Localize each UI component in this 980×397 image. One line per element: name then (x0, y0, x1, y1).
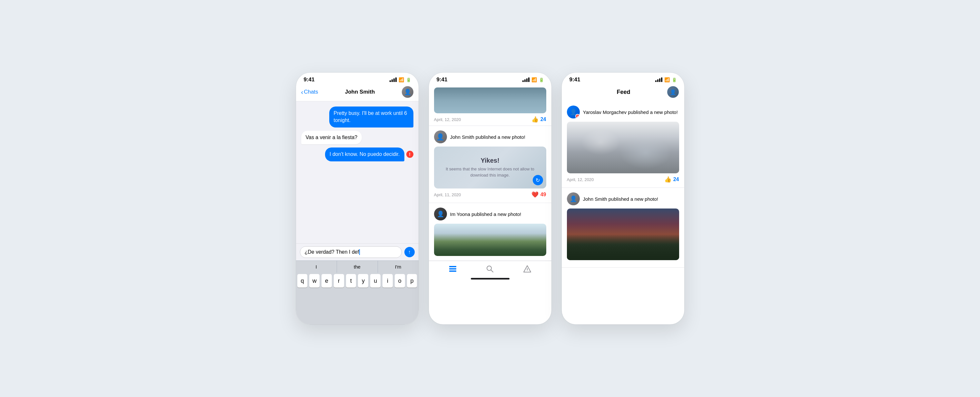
search-icon (486, 265, 494, 273)
svg-line-4 (491, 270, 493, 272)
post-likes[interactable]: ❤️ 49 (531, 191, 546, 198)
post-header: 👤 John Smith published a new photo! (567, 192, 679, 205)
feed-icon (449, 265, 457, 273)
like-count: 24 (541, 116, 546, 122)
keyboard: q w e r t y u i o p (296, 273, 418, 324)
post-likes[interactable]: 👍 24 (531, 116, 546, 123)
key-y[interactable]: y (358, 274, 368, 288)
key-q[interactable]: q (298, 274, 308, 288)
key-o[interactable]: o (395, 274, 405, 288)
heart-icon: ❤️ (531, 191, 539, 198)
post-meta: April, 12, 2020 👍 24 (567, 176, 679, 183)
svg-rect-0 (449, 266, 456, 267)
home-bar (471, 278, 509, 279)
status-bar: 9:41 📶 🔋 (562, 73, 684, 85)
sent-bubble: Pretty busy. I'll be at work until 6 ton… (329, 107, 414, 128)
predictive-word-the[interactable]: the (337, 261, 378, 273)
back-button[interactable]: ‹ Chats (301, 88, 318, 96)
status-bar: 9:41 📶 🔋 (429, 73, 551, 85)
post-username: Im Yoona published a new photo! (450, 211, 522, 217)
wifi-icon: 📶 (531, 77, 537, 82)
key-w[interactable]: w (309, 274, 320, 288)
status-icons: 📶 🔋 (522, 77, 544, 82)
text-cursor (359, 249, 360, 255)
feed-nav-item[interactable] (449, 265, 457, 273)
post-header: 👤 1 Yaroslav Morgachev published a new p… (567, 105, 679, 118)
reload-icon: ↻ (536, 177, 540, 183)
back-label: Chats (304, 89, 318, 95)
discover-icon (523, 265, 531, 273)
messages-area: Pretty busy. I'll be at work until 6 ton… (296, 101, 418, 243)
contact-avatar[interactable]: 👤 (402, 86, 414, 98)
post-date: April, 12, 2020 (434, 117, 461, 122)
notification-badge: 1 (575, 114, 580, 118)
battery-icon: 🔋 (406, 78, 411, 82)
received-bubble: Vas a venir a la fiesta? (301, 131, 362, 144)
error-badge: ! (406, 151, 414, 158)
key-t[interactable]: t (346, 274, 356, 288)
feed-navigation: Feed 👤 (562, 85, 684, 101)
key-i[interactable]: i (382, 274, 393, 288)
thumb-icon: 👍 (664, 176, 671, 183)
post-avatar: 👤 (434, 131, 447, 143)
key-r[interactable]: r (334, 274, 344, 288)
post-header: 👤 Im Yoona published a new photo! (434, 207, 546, 220)
send-icon: ↑ (408, 249, 411, 255)
top-post-partial: April, 12, 2020 👍 24 (429, 85, 551, 126)
status-bar: 9:41 📶 🔋 (296, 73, 418, 85)
svg-rect-1 (449, 268, 456, 269)
post-image (567, 122, 679, 173)
post-username: John Smith published a new photo! (583, 196, 659, 202)
predictive-word-im[interactable]: I'm (378, 261, 418, 273)
reload-button[interactable]: ↻ (533, 175, 543, 185)
svg-rect-2 (449, 271, 456, 272)
status-time: 9:41 (570, 77, 581, 83)
discover-nav-item[interactable] (523, 265, 531, 273)
feed-phone: 9:41 📶 🔋 April, 12, 2020 👍 24 👤 (429, 73, 551, 324)
status-icons: 📶 🔋 (390, 77, 411, 82)
post-avatar: 👤 (567, 192, 580, 205)
post-date: April, 11, 2020 (434, 192, 461, 197)
status-time: 9:41 (437, 77, 448, 83)
error-text: It seems that the slow Internet does not… (439, 166, 541, 178)
error-title: Yikes! (480, 157, 499, 164)
landscape-image (434, 224, 546, 256)
chevron-left-icon: ‹ (301, 88, 304, 96)
feed-post: 👤 John Smith published a new photo! Yike… (429, 126, 551, 203)
user-avatar[interactable]: 👤 (667, 86, 679, 98)
feed-post: 👤 John Smith published a new photo! (562, 188, 684, 268)
feed-post: 👤 1 Yaroslav Morgachev published a new p… (562, 101, 684, 188)
search-nav-item[interactable] (486, 265, 494, 273)
like-count: 49 (541, 192, 546, 198)
key-e[interactable]: e (321, 274, 332, 288)
post-meta: April, 12, 2020 👍 24 (434, 116, 546, 123)
chat-title: John Smith (345, 89, 375, 95)
key-u[interactable]: u (370, 274, 380, 288)
post-image (567, 209, 679, 260)
post-meta: April, 11, 2020 ❤️ 49 (434, 191, 546, 198)
key-p[interactable]: p (407, 274, 417, 288)
signal-icon (655, 78, 662, 82)
send-button[interactable]: ↑ (404, 247, 415, 257)
signal-icon (390, 78, 397, 82)
bottom-navigation (429, 261, 551, 275)
thumb-icon: 👍 (531, 116, 539, 123)
battery-icon: 🔋 (539, 78, 544, 82)
input-area: ¿De verdad? Then I def ↑ (296, 243, 418, 260)
predictive-word-i[interactable]: I (296, 261, 337, 273)
message-input[interactable]: ¿De verdad? Then I def (300, 246, 402, 258)
aerial-image (567, 122, 679, 173)
post-image-error: Yikes! It seems that the slow Internet d… (434, 147, 546, 188)
status-icons: 📶 🔋 (655, 77, 676, 82)
message-row: I don't know. No puedo decidir. ! (301, 148, 414, 161)
chat-phone: 9:41 📶 🔋 ‹ Chats John Smith 👤 Pretty bus… (296, 73, 418, 324)
post-username: Yaroslav Morgachev published a new photo… (583, 109, 678, 115)
status-time: 9:41 (304, 77, 315, 83)
post-date: April, 12, 2020 (567, 177, 594, 182)
wifi-icon: 📶 (664, 77, 670, 82)
chat-navigation: ‹ Chats John Smith 👤 (296, 85, 418, 101)
partial-post-image (434, 88, 546, 113)
post-likes[interactable]: 👍 24 (664, 176, 679, 183)
post-image (434, 224, 546, 256)
post-username: John Smith published a new photo! (450, 134, 526, 140)
